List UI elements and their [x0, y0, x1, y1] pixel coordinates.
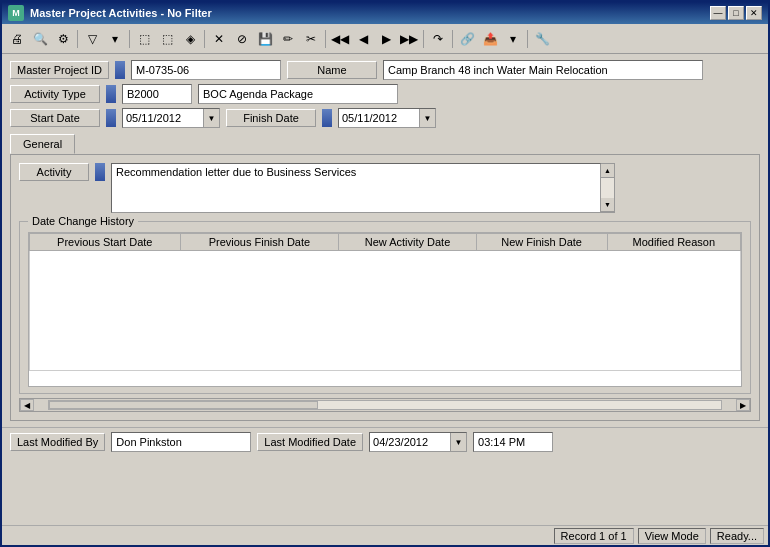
toolbar-btn-5[interactable]: ◈ [179, 28, 201, 50]
toolbar-btn-3[interactable]: ⬚ [133, 28, 155, 50]
start-date-indicator [106, 109, 116, 127]
start-date-input[interactable] [123, 111, 203, 125]
export-dropdown[interactable]: ▾ [502, 28, 524, 50]
toolbar-btn-4[interactable]: ⬚ [156, 28, 178, 50]
finish-date-btn[interactable]: ▼ [419, 109, 435, 127]
activity-label: Activity [19, 163, 89, 181]
history-table-container: Previous Start Date Previous Finish Date… [28, 232, 742, 387]
col-new-activity: New Activity Date [339, 234, 476, 251]
last-modified-time-input[interactable] [473, 432, 553, 452]
cancel-button[interactable]: ⊘ [231, 28, 253, 50]
tab-content-general: Activity Recommendation letter due to Bu… [10, 154, 760, 421]
scroll-track [601, 178, 614, 198]
activity-type-label: Activity Type [10, 85, 100, 103]
sep5 [423, 30, 424, 48]
activity-indicator [95, 163, 105, 181]
next-button[interactable]: ▶ [375, 28, 397, 50]
finish-date-input[interactable] [339, 111, 419, 125]
sep7 [527, 30, 528, 48]
master-project-id-input[interactable] [131, 60, 281, 80]
hscroll-thumb [49, 401, 318, 409]
sep6 [452, 30, 453, 48]
empty-history-body [30, 251, 741, 371]
history-title: Date Change History [28, 215, 138, 227]
hscroll-bar[interactable]: ◀ ▶ [19, 398, 751, 412]
close-button[interactable]: ✕ [746, 6, 762, 20]
finish-date-dropdown[interactable]: ▼ [338, 108, 436, 128]
activity-type-indicator [106, 85, 116, 103]
filter-button[interactable]: ▽ [81, 28, 103, 50]
scroll-down-btn[interactable]: ▼ [601, 198, 614, 212]
jump-button[interactable]: ↷ [427, 28, 449, 50]
activity-type-desc-input[interactable] [198, 84, 398, 104]
prev-button[interactable]: ◀ [352, 28, 374, 50]
delete-button[interactable]: ✕ [208, 28, 230, 50]
hscroll-right-btn[interactable]: ▶ [736, 399, 750, 411]
activity-row: Activity Recommendation letter due to Bu… [19, 163, 751, 213]
link1-button[interactable]: 🔗 [456, 28, 478, 50]
col-prev-finish: Previous Finish Date [180, 234, 339, 251]
title-bar-buttons: — □ ✕ [710, 6, 762, 20]
finish-date-indicator [322, 109, 332, 127]
form-area: Master Project ID Name Activity Type Sta… [2, 54, 768, 427]
col-prev-start: Previous Start Date [30, 234, 181, 251]
start-date-label: Start Date [10, 109, 100, 127]
activity-textarea-wrap: Recommendation letter due to Business Se… [111, 163, 615, 213]
last-modified-date-dropdown[interactable]: ▼ [369, 432, 467, 452]
maximize-button[interactable]: □ [728, 6, 744, 20]
window-title: Master Project Activities - No Filter [30, 7, 710, 19]
col-new-finish: New Finish Date [476, 234, 607, 251]
help-button[interactable]: 🔧 [531, 28, 553, 50]
activity-textarea[interactable]: Recommendation letter due to Business Se… [111, 163, 601, 213]
print-button[interactable]: 🖨 [6, 28, 28, 50]
sep1 [77, 30, 78, 48]
name-input[interactable] [383, 60, 703, 80]
title-bar: M Master Project Activities - No Filter … [2, 2, 768, 24]
main-window: M Master Project Activities - No Filter … [0, 0, 770, 547]
app-icon: M [8, 5, 24, 21]
last-modified-date-input[interactable] [370, 435, 450, 449]
last-modified-date-btn[interactable]: ▼ [450, 433, 466, 451]
window-body: Master Project ID Name Activity Type Sta… [2, 54, 768, 545]
status-bar: Record 1 of 1 View Mode Ready... [2, 525, 768, 545]
preview-button[interactable]: 🔍 [29, 28, 51, 50]
last-modified-date-label: Last Modified Date [257, 433, 363, 451]
settings-button[interactable]: ⚙ [52, 28, 74, 50]
last-modified-by-label: Last Modified By [10, 433, 105, 451]
record-status: Record 1 of 1 [554, 528, 634, 544]
name-label: Name [287, 61, 377, 79]
last-modified-by-input[interactable] [111, 432, 251, 452]
hscroll-left-btn[interactable]: ◀ [20, 399, 34, 411]
start-date-btn[interactable]: ▼ [203, 109, 219, 127]
tab-header: General [10, 134, 760, 154]
start-date-dropdown[interactable]: ▼ [122, 108, 220, 128]
edit-button[interactable]: ✏ [277, 28, 299, 50]
last-button[interactable]: ▶▶ [398, 28, 420, 50]
bottom-form-row: Last Modified By Last Modified Date ▼ [2, 427, 768, 456]
ready-status: Ready... [710, 528, 764, 544]
mode-status: View Mode [638, 528, 706, 544]
dates-row: Start Date ▼ Finish Date ▼ [10, 108, 760, 128]
master-project-row: Master Project ID Name [10, 60, 760, 80]
activity-type-code-input[interactable] [122, 84, 192, 104]
tab-general[interactable]: General [10, 134, 75, 154]
history-group: Date Change History Previous Start Date … [19, 221, 751, 394]
history-table: Previous Start Date Previous Finish Date… [29, 233, 741, 371]
col-modified-reason: Modified Reason [607, 234, 740, 251]
finish-date-label: Finish Date [226, 109, 316, 127]
minimize-button[interactable]: — [710, 6, 726, 20]
save-button[interactable]: 💾 [254, 28, 276, 50]
tab-area: General Activity Recommendation letter d… [10, 134, 760, 421]
master-project-id-label: Master Project ID [10, 61, 109, 79]
export-button[interactable]: 📤 [479, 28, 501, 50]
hscroll-track [48, 400, 722, 410]
filter-dropdown[interactable]: ▾ [104, 28, 126, 50]
first-button[interactable]: ◀◀ [329, 28, 351, 50]
sep3 [204, 30, 205, 48]
scroll-up-btn[interactable]: ▲ [601, 164, 614, 178]
master-project-id-indicator [115, 61, 125, 79]
sep2 [129, 30, 130, 48]
cut-button[interactable]: ✂ [300, 28, 322, 50]
activity-scrollbar: ▲ ▼ [601, 163, 615, 213]
activity-type-row: Activity Type [10, 84, 760, 104]
